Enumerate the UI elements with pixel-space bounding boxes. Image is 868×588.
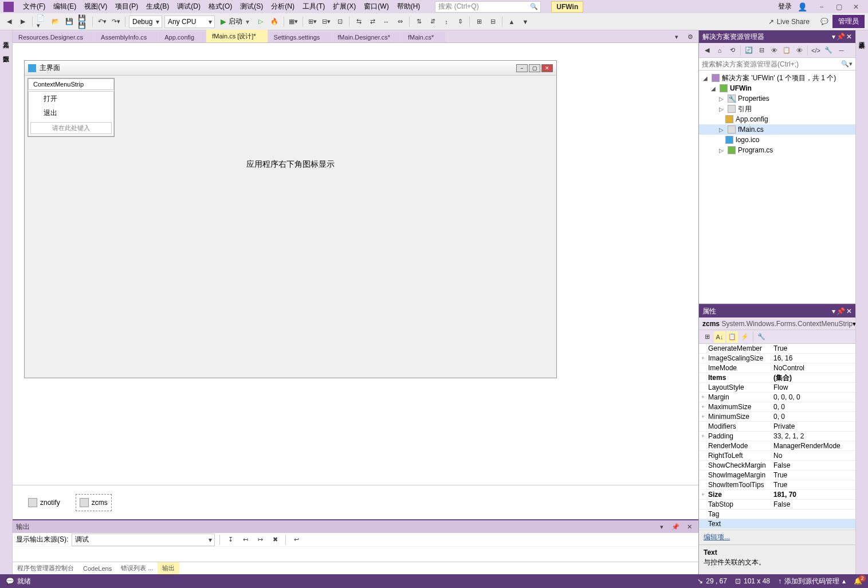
menu-调试D[interactable]: 调试(D) <box>174 0 204 13</box>
prop-row-Size[interactable]: +Size181, 70 <box>699 490 855 500</box>
solution-search[interactable] <box>699 58 855 70</box>
admin-button[interactable]: 管理员 <box>832 15 865 28</box>
prop-row-MaximumSize[interactable]: +MaximumSize0, 0 <box>699 402 855 412</box>
menu-帮助H[interactable]: 帮助(H) <box>394 0 424 13</box>
doc-tab[interactable]: fMain.cs [设计]* <box>206 30 267 42</box>
center-h-icon[interactable]: ⊞ <box>473 16 485 28</box>
menu-分析N[interactable]: 分析(N) <box>268 0 298 13</box>
prop-row-Text[interactable]: Text <box>699 519 855 529</box>
props-props-icon[interactable]: 📋 <box>726 331 738 343</box>
ctx-open-item[interactable]: 打开 <box>29 92 113 106</box>
output-next-icon[interactable]: ↦ <box>254 534 266 546</box>
output-prev-icon[interactable]: ↤ <box>239 534 251 546</box>
tree-appconfig[interactable]: App.config <box>699 114 855 124</box>
doc-tab[interactable]: fMain.Designer.cs* <box>332 32 402 42</box>
tree-logo[interactable]: logo.ico <box>699 135 855 145</box>
prop-row-Modifiers[interactable]: ModifiersPrivate <box>699 422 855 432</box>
form-label[interactable]: 应用程序右下角图标显示 <box>25 159 556 170</box>
menu-文件F[interactable]: 文件(F) <box>19 0 49 13</box>
undo-icon[interactable]: ↶▾ <box>96 16 108 28</box>
output-clear-icon[interactable]: ✖ <box>269 534 281 546</box>
prop-row-ShowCheckMargin[interactable]: ShowCheckMarginFalse <box>699 461 855 471</box>
panel-pin-icon[interactable]: 📌 <box>836 33 845 41</box>
context-strip-label[interactable]: ContextMenuStrip <box>28 79 114 90</box>
props-wrench-icon[interactable]: 🔧 <box>756 331 767 343</box>
doc-tab[interactable]: Resources.Designer.cs <box>13 32 95 42</box>
back-icon[interactable]: ◀ <box>3 16 15 28</box>
toolbox-tab[interactable]: 工具箱 <box>1 34 11 41</box>
platform-combo[interactable]: Any CPU <box>164 15 215 28</box>
align2-icon[interactable]: ⊟▾ <box>320 16 332 28</box>
prop-row-Padding[interactable]: +Padding33, 2, 1, 2 <box>699 432 855 441</box>
back-z-icon[interactable]: ▼ <box>520 16 531 28</box>
sln-home-icon[interactable]: ⌂ <box>714 45 725 56</box>
output-tab[interactable]: 程序包管理器控制台 <box>13 562 78 574</box>
doc-tab[interactable]: Settings.settings <box>268 32 332 42</box>
props-cat-icon[interactable]: ⊞ <box>701 331 713 343</box>
sln-properties-icon[interactable]: 📋 <box>781 45 792 56</box>
edit-items-link[interactable]: 编辑项... <box>704 533 730 541</box>
props-close-icon[interactable]: ✕ <box>846 307 852 315</box>
minimize-button[interactable]: − <box>813 1 830 13</box>
menu-窗口W[interactable]: 窗口(W) <box>360 0 392 13</box>
start-button[interactable]: ▶启动▾ <box>217 15 253 28</box>
hot-reload-icon[interactable]: 🔥 <box>269 16 280 28</box>
notifications-button[interactable]: 🔔2 <box>854 577 862 585</box>
diagnostics-tab[interactable]: 诊断工具 <box>857 34 867 41</box>
properties-object-combo[interactable]: zcms System.Windows.Forms.ContextMenuStr… <box>699 317 855 330</box>
output-wrap-icon[interactable]: ↩ <box>290 534 302 546</box>
prop-row-GenerateMember[interactable]: GenerateMemberTrue <box>699 344 855 354</box>
new-project-icon[interactable]: 📄▾ <box>36 16 48 28</box>
output-tab[interactable]: 错误列表 ... <box>116 562 158 574</box>
doc-tab[interactable]: fMain.cs* <box>402 32 445 42</box>
output-source-combo[interactable]: 调试 <box>72 534 215 546</box>
vspacing3-icon[interactable]: ↕ <box>441 16 452 28</box>
tree-program[interactable]: ▷ Program.cs <box>699 145 855 155</box>
maximize-button[interactable]: ▢ <box>830 1 847 13</box>
tree-references[interactable]: ▷ 引用 <box>699 104 855 114</box>
panel-close-icon[interactable]: ✕ <box>846 33 852 41</box>
output-tab[interactable]: 输出 <box>158 562 179 574</box>
prop-row-ImeMode[interactable]: ImeModeNoControl <box>699 363 855 373</box>
menu-测试S[interactable]: 测试(S) <box>237 0 266 13</box>
source-control-button[interactable]: ↑添加到源代码管理▴ <box>778 577 846 586</box>
output-dropdown-icon[interactable]: ▾ <box>656 521 667 532</box>
config-combo[interactable]: Debug <box>129 15 162 28</box>
doc-tab[interactable]: AssemblyInfo.cs <box>95 32 158 42</box>
align3-icon[interactable]: ⊡ <box>334 16 345 28</box>
hspacing-icon[interactable]: ⇆ <box>353 16 364 28</box>
form-max-button[interactable]: ▢ <box>529 64 540 72</box>
output-pin-icon[interactable]: 📌 <box>670 521 681 532</box>
props-dropdown-icon[interactable]: ▾ <box>832 307 835 315</box>
output-goto-icon[interactable]: ↧ <box>225 534 236 546</box>
prop-row-LayoutStyle[interactable]: LayoutStyleFlow <box>699 383 855 393</box>
save-all-icon[interactable]: 💾💾 <box>77 16 89 28</box>
sln-overflow-icon[interactable]: ⸺ <box>835 45 847 56</box>
menu-扩展X[interactable]: 扩展(X) <box>329 0 359 13</box>
sln-wrench-icon[interactable]: 🔧 <box>823 45 834 56</box>
front-icon[interactable]: ▲ <box>506 16 517 28</box>
search-input[interactable]: 搜索 (Ctrl+Q) <box>435 1 541 13</box>
sln-code-icon[interactable]: </> <box>810 45 822 56</box>
tray-zcms[interactable]: zcms <box>76 494 112 511</box>
user-icon[interactable]: 👤 <box>798 2 807 11</box>
hspacing4-icon[interactable]: ⇔ <box>394 16 406 28</box>
menu-项目P[interactable]: 项目(P) <box>112 0 142 13</box>
menu-编辑E[interactable]: 编辑(E) <box>50 0 80 13</box>
tree-project[interactable]: ◢ UFWin <box>699 83 855 93</box>
ctx-add-item[interactable]: 请在此处键入 <box>30 122 112 134</box>
redo-icon[interactable]: ↷▾ <box>110 16 121 28</box>
form-min-button[interactable]: − <box>516 64 528 72</box>
prop-row-MinimumSize[interactable]: +MinimumSize0, 0 <box>699 412 855 422</box>
vspacing4-icon[interactable]: ⇕ <box>454 16 466 28</box>
context-menu-strip[interactable]: ContextMenuStrip 打开 退出 请在此处键入 <box>28 78 115 137</box>
tree-fmain[interactable]: ▷ fMain.cs <box>699 124 855 135</box>
align-icon[interactable]: ⊞▾ <box>307 16 318 28</box>
center-v-icon[interactable]: ⊟ <box>487 16 498 28</box>
layout-icon[interactable]: ▦▾ <box>288 16 299 28</box>
menu-工具T[interactable]: 工具(T) <box>299 0 328 13</box>
panel-dropdown-icon[interactable]: ▾ <box>832 33 835 41</box>
doc-tab[interactable]: App.config <box>159 32 206 42</box>
properties-edit-link[interactable]: 编辑项... <box>699 530 855 544</box>
prop-row-RightToLeft[interactable]: RightToLeftNo <box>699 451 855 461</box>
